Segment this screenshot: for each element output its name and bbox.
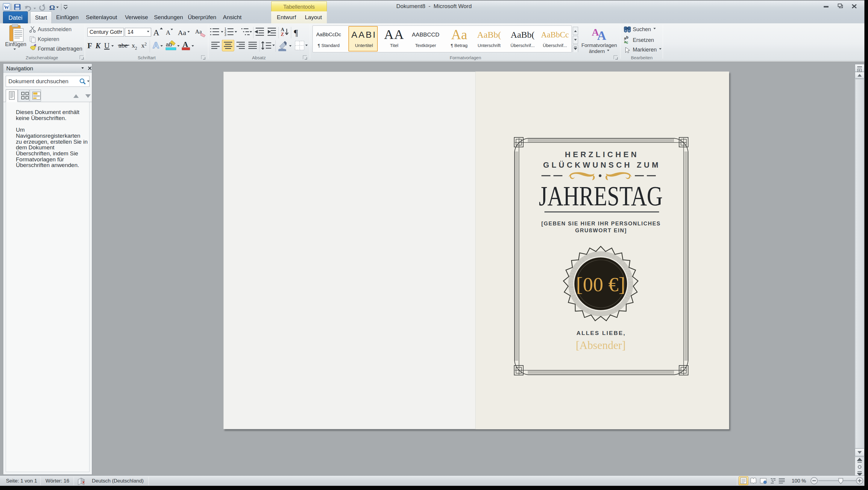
svg-text:c: c	[626, 40, 628, 44]
svg-text:¶: ¶	[294, 28, 298, 37]
svg-text:2: 2	[135, 46, 137, 51]
svg-text:Z: Z	[281, 32, 284, 37]
svg-text:A: A	[281, 27, 284, 32]
svg-text:[00 €]: [00 €]	[576, 273, 625, 296]
svg-text:Aa: Aa	[178, 29, 186, 36]
svg-text:A: A	[597, 29, 607, 41]
svg-text:Ω: Ω	[49, 4, 55, 11]
svg-text:U: U	[104, 41, 110, 50]
svg-text:2: 2	[145, 42, 147, 47]
svg-text:x: x	[132, 41, 135, 49]
svg-text:b: b	[626, 35, 628, 39]
svg-text:A: A	[153, 40, 159, 50]
svg-text:A: A	[166, 29, 170, 36]
svg-text:F: F	[87, 41, 92, 50]
svg-text:K: K	[95, 41, 101, 50]
svg-text:3: 3	[224, 33, 226, 36]
svg-text:A: A	[153, 28, 159, 37]
svg-text:x: x	[141, 41, 145, 49]
svg-text:W: W	[4, 4, 9, 10]
